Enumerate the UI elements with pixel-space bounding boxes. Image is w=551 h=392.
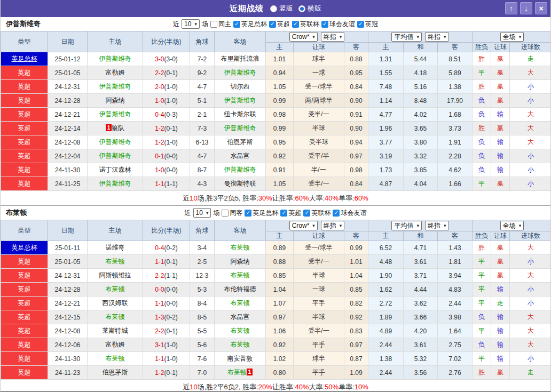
league-filter-checkbox[interactable]: ✓: [269, 21, 276, 28]
handicap-line-cell: 受一/球半: [294, 80, 344, 94]
avg-draw-odds-cell: 3.62: [404, 297, 438, 310]
team-name-text: 布伦特福德: [224, 285, 256, 293]
layout-radio-option[interactable]: 横版: [298, 4, 321, 13]
move-up-button[interactable]: ↑: [505, 2, 517, 14]
league-filter[interactable]: ✓英足总杯: [233, 20, 267, 29]
result-handicap-cell: 赢: [491, 52, 510, 66]
scope-select[interactable]: 全场▾: [500, 221, 524, 230]
avg-stage-select[interactable]: 终指▾: [425, 221, 449, 230]
layout-radio-option[interactable]: 竖版: [270, 4, 293, 13]
league-filter[interactable]: ✓英超: [269, 20, 290, 29]
league-type-cell[interactable]: 英超: [1, 352, 48, 366]
same-venue-filter[interactable]: 同客: [222, 209, 242, 218]
league-filter[interactable]: ✓英冠: [357, 20, 378, 29]
league-type-cell[interactable]: 英超: [1, 66, 48, 80]
league-filter-checkbox[interactable]: ✓: [333, 210, 340, 217]
league-type-cell[interactable]: 英超: [1, 177, 48, 191]
team-name: 伊普斯维奇: [6, 19, 41, 29]
match-count-select[interactable]: 10▾: [193, 208, 211, 218]
league-filter-checkbox[interactable]: ✓: [303, 210, 310, 217]
league-type-cell[interactable]: 英超: [1, 324, 48, 338]
odds-stage-select[interactable]: 终指▾: [321, 32, 345, 42]
league-type-cell[interactable]: 英超: [1, 149, 48, 163]
league-filter-checkbox[interactable]: ✓: [292, 21, 299, 28]
league-filter[interactable]: ✓英联杯: [292, 20, 319, 29]
league-filter-checkbox[interactable]: ✓: [245, 210, 251, 217]
league-filter-checkbox[interactable]: ✓: [321, 21, 328, 28]
filter-bar: 布莱顿近10▾场同客✓英足总杯✓英超✓英联杯✓球会友谊: [1, 206, 550, 220]
avg-stage-select[interactable]: 终指▾: [425, 32, 449, 42]
handicap-line-cell: 半球: [294, 122, 344, 135]
close-button[interactable]: ×: [535, 2, 547, 14]
league-type-label: 英超: [18, 341, 31, 348]
league-filter[interactable]: ✓英足总杯: [245, 209, 278, 218]
handicap-home-odds-cell: 0.92: [266, 338, 294, 352]
league-type-label: 英超: [18, 327, 31, 334]
league-type-cell[interactable]: 英超: [1, 269, 48, 283]
same-venue-filter[interactable]: 同主: [210, 20, 231, 29]
result-outcome-cell: 平: [473, 269, 491, 283]
handicap-away-odds-cell: 1.01: [344, 255, 368, 269]
avg-home-odds-cell: 2.44: [368, 366, 404, 380]
odds-source-select[interactable]: Crow*▾: [289, 221, 318, 230]
league-type-cell[interactable]: 英超: [1, 108, 48, 122]
avg-source-select[interactable]: 平均值▾: [391, 221, 422, 230]
avg-away-odds-cell: 3.73: [438, 122, 473, 135]
team-name-text: 布莱顿: [106, 355, 125, 362]
league-type-cell[interactable]: 英超: [1, 366, 48, 380]
column-header: 主场: [88, 220, 143, 241]
league-filter[interactable]: ✓英联杯: [303, 209, 330, 218]
corners-cell: 8-7: [190, 163, 215, 177]
result-goals-cell: 小: [510, 163, 551, 177]
scope-select[interactable]: 全场▾: [500, 32, 524, 42]
handicap-away-odds-cell: 1.04: [344, 269, 368, 283]
league-type-label: 英超: [18, 138, 31, 146]
avg-source-select[interactable]: 平均值▾: [391, 32, 422, 42]
away-team-cell: 切尔西: [215, 80, 266, 94]
team-name-text: 布莱顿: [227, 369, 247, 376]
league-filter-checkbox[interactable]: ✓: [280, 210, 287, 217]
score-cell: 1-2(1-0): [143, 135, 190, 149]
score-cell: 2-2(1-1): [143, 269, 190, 283]
league-type-cell[interactable]: 英超: [1, 94, 48, 108]
match-count-select[interactable]: 10▾: [182, 19, 200, 29]
handicap-home-odds-cell: 0.85: [266, 269, 294, 283]
summary-segment: 40%: [325, 194, 339, 202]
league-filter-checkbox[interactable]: ✓: [357, 21, 364, 28]
layout-radio-label: 竖版: [279, 4, 293, 13]
league-type-cell[interactable]: 英超: [1, 122, 48, 135]
result-goals-cell: 大: [510, 108, 551, 122]
league-type-cell[interactable]: 英足总杯: [1, 241, 48, 255]
same-venue-checkbox[interactable]: [222, 210, 229, 217]
match-row: 英超24-12-31伊普斯维奇2-0(1-0)4-7切尔西1.05受一/球半0.…: [1, 80, 551, 94]
odds-source-select[interactable]: Crow*▾: [289, 32, 318, 42]
team-name-text: 布莱顿: [231, 299, 250, 307]
league-type-cell[interactable]: 英超: [1, 163, 48, 177]
league-type-cell[interactable]: 英超: [1, 310, 48, 324]
result-goals-cell: 小: [510, 149, 551, 163]
league-type-cell[interactable]: 英超: [1, 338, 48, 352]
summary-segment: 10: [190, 383, 197, 391]
corners-cell: 4-7: [190, 80, 215, 94]
move-down-button[interactable]: ↓: [520, 2, 532, 14]
date-cell: 24-11-30: [48, 352, 88, 366]
league-type-cell[interactable]: 英超: [1, 135, 48, 149]
same-venue-checkbox[interactable]: [210, 21, 217, 28]
league-type-cell[interactable]: 英足总杯: [1, 52, 48, 66]
avg-draw-odds-cell: 4.71: [404, 241, 438, 255]
date-cell: 24-12-28: [48, 94, 88, 108]
column-header: 主场: [88, 31, 143, 52]
league-type-cell[interactable]: 英超: [1, 80, 48, 94]
league-filter[interactable]: ✓球会友谊: [333, 209, 366, 218]
fulltime-score: 1-1: [155, 258, 164, 266]
league-filter-checkbox[interactable]: ✓: [233, 21, 240, 28]
avg-away-odds-cell: 4.62: [438, 163, 473, 177]
odds-stage-select[interactable]: 终指▾: [321, 221, 345, 230]
league-type-cell[interactable]: 英超: [1, 255, 48, 269]
league-filter[interactable]: ✓球会友谊: [321, 20, 355, 29]
league-type-cell[interactable]: 英超: [1, 283, 48, 297]
corners-cell: 4-7: [190, 149, 215, 163]
league-filter[interactable]: ✓英超: [280, 209, 301, 218]
league-type-cell[interactable]: 英超: [1, 297, 48, 310]
halftime-score: (0-1): [164, 369, 178, 377]
